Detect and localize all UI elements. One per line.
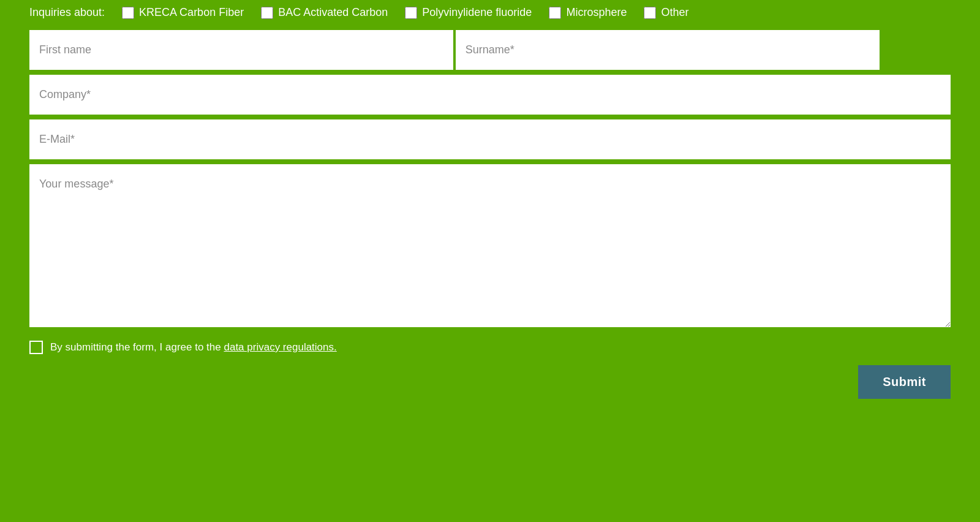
checkbox-label-other[interactable]: Other (661, 6, 688, 19)
checkbox-group-pvdf[interactable]: Polyvinylidene fluoride (405, 6, 532, 19)
page-wrapper: Inquiries about: KRECA Carbon Fiber BAC … (0, 0, 980, 522)
checkbox-label-pvdf[interactable]: Polyvinylidene fluoride (422, 6, 532, 19)
first-name-input[interactable] (29, 30, 453, 72)
checkbox-pvdf[interactable] (405, 7, 417, 19)
checkbox-label-bac[interactable]: BAC Activated Carbon (278, 6, 388, 19)
submit-button[interactable]: Submit (858, 365, 951, 399)
privacy-checkbox[interactable] (29, 341, 43, 354)
surname-input[interactable] (456, 30, 880, 72)
checkbox-microsphere[interactable] (549, 7, 561, 19)
privacy-row: By submitting the form, I agree to the d… (29, 341, 951, 354)
submit-row: Submit (29, 365, 951, 399)
checkbox-group-bac[interactable]: BAC Activated Carbon (261, 6, 388, 19)
form-fields (29, 30, 951, 332)
inquiries-label: Inquiries about: (29, 6, 105, 19)
checkbox-group-other[interactable]: Other (644, 6, 688, 19)
checkbox-group-microsphere[interactable]: Microsphere (549, 6, 627, 19)
name-row (29, 30, 951, 75)
privacy-link[interactable]: data privacy regulations. (224, 341, 336, 353)
inquiries-row: Inquiries about: KRECA Carbon Fiber BAC … (29, 0, 951, 25)
message-textarea[interactable] (29, 164, 951, 330)
checkbox-group-kreca[interactable]: KRECA Carbon Fiber (122, 6, 244, 19)
checkbox-label-microsphere[interactable]: Microsphere (566, 6, 627, 19)
company-wrapper (29, 75, 951, 117)
checkbox-bac[interactable] (261, 7, 273, 19)
checkbox-other[interactable] (644, 7, 656, 19)
company-input[interactable] (29, 75, 951, 117)
message-wrapper (29, 164, 951, 330)
checkbox-label-kreca[interactable]: KRECA Carbon Fiber (139, 6, 244, 19)
email-input[interactable] (29, 119, 951, 162)
privacy-text: By submitting the form, I agree to the d… (50, 341, 337, 354)
checkbox-kreca[interactable] (122, 7, 134, 19)
email-wrapper (29, 119, 951, 162)
